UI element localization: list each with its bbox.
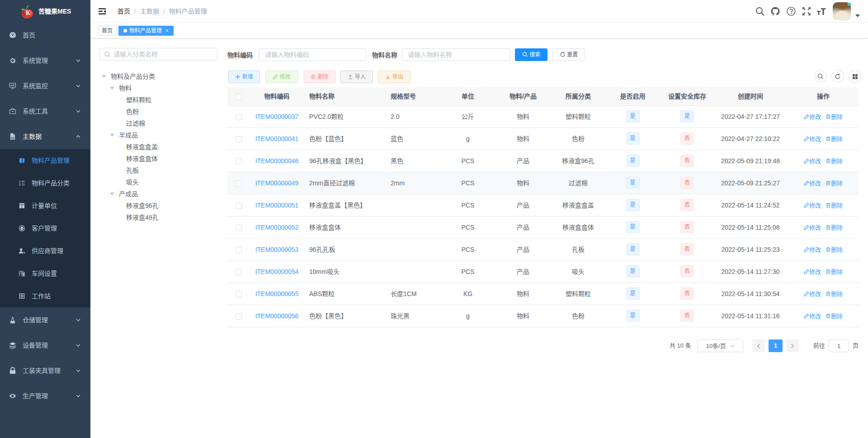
svg-text:K: K — [26, 9, 31, 16]
